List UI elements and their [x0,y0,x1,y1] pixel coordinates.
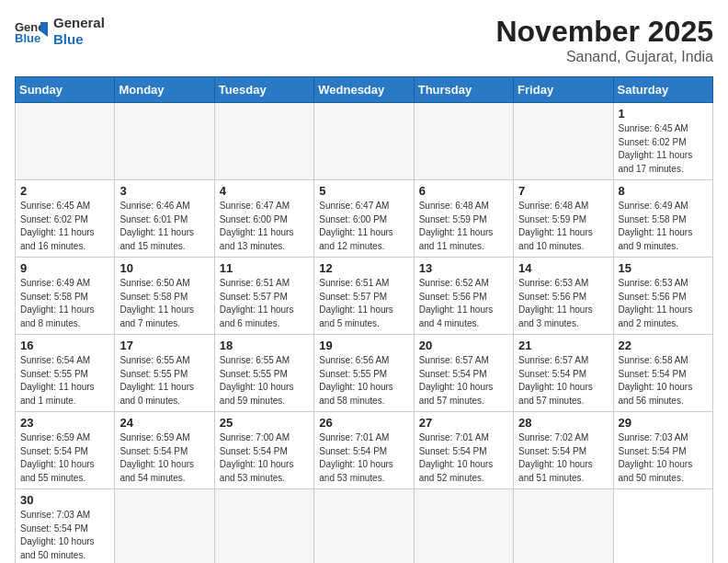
calendar-cell: 26Sunrise: 7:01 AM Sunset: 5:54 PM Dayli… [314,412,414,489]
calendar-cell [115,103,214,180]
calendar-cell: 10Sunrise: 6:50 AM Sunset: 5:58 PM Dayli… [115,258,214,335]
day-info: Sunrise: 6:47 AM Sunset: 6:00 PM Dayligh… [220,200,309,253]
day-number: 23 [20,416,109,430]
day-number: 27 [419,416,508,430]
calendar-cell [514,103,613,180]
day-info: Sunrise: 7:03 AM Sunset: 5:54 PM Dayligh… [20,509,109,562]
day-info: Sunrise: 7:01 AM Sunset: 5:54 PM Dayligh… [319,431,408,485]
day-number: 19 [319,339,408,352]
calendar-cell [314,489,414,564]
calendar-cell: 20Sunrise: 6:57 AM Sunset: 5:54 PM Dayli… [414,335,513,412]
day-info: Sunrise: 6:53 AM Sunset: 5:56 PM Dayligh… [518,277,608,330]
calendar-cell: 18Sunrise: 6:55 AM Sunset: 5:55 PM Dayli… [214,335,313,412]
day-info: Sunrise: 6:51 AM Sunset: 5:57 PM Dayligh… [319,277,408,330]
day-number: 5 [319,184,408,198]
day-number: 1 [619,107,708,121]
calendar-cell: 11Sunrise: 6:51 AM Sunset: 5:57 PM Dayli… [214,258,313,335]
day-info: Sunrise: 6:50 AM Sunset: 5:58 PM Dayligh… [119,277,209,330]
logo-general: General [53,15,105,31]
day-number: 4 [220,184,309,198]
calendar-cell: 13Sunrise: 6:52 AM Sunset: 5:56 PM Dayli… [414,258,513,335]
calendar-cell: 2Sunrise: 6:45 AM Sunset: 6:02 PM Daylig… [16,180,115,258]
day-info: Sunrise: 6:52 AM Sunset: 5:56 PM Dayligh… [419,277,508,330]
day-info: Sunrise: 6:49 AM Sunset: 5:58 PM Dayligh… [20,277,109,330]
calendar-cell [414,103,513,180]
calendar-row: 23Sunrise: 6:59 AM Sunset: 5:54 PM Dayli… [16,412,713,489]
day-number: 21 [518,339,608,352]
day-number: 25 [220,416,309,430]
calendar-cell: 12Sunrise: 6:51 AM Sunset: 5:57 PM Dayli… [314,258,414,335]
day-info: Sunrise: 6:59 AM Sunset: 5:54 PM Dayligh… [20,431,109,485]
day-info: Sunrise: 7:01 AM Sunset: 5:54 PM Dayligh… [419,431,508,485]
calendar-cell: 9Sunrise: 6:49 AM Sunset: 5:58 PM Daylig… [16,258,115,335]
calendar-cell [414,489,513,564]
calendar-cell [314,103,414,180]
day-number: 6 [419,184,508,198]
weekday-header-row: SundayMondayTuesdayWednesdayThursdayFrid… [16,77,713,103]
svg-text:Blue: Blue [15,31,40,44]
day-number: 9 [20,261,109,275]
calendar-cell: 19Sunrise: 6:56 AM Sunset: 5:55 PM Dayli… [314,335,414,412]
day-number: 14 [518,261,608,275]
weekday-header: Saturday [613,77,712,103]
calendar-cell: 7Sunrise: 6:48 AM Sunset: 5:59 PM Daylig… [514,180,613,258]
day-info: Sunrise: 6:53 AM Sunset: 5:56 PM Dayligh… [619,277,708,330]
day-info: Sunrise: 6:48 AM Sunset: 5:59 PM Dayligh… [419,200,508,253]
calendar-cell: 30Sunrise: 7:03 AM Sunset: 5:54 PM Dayli… [16,489,115,564]
calendar-cell: 21Sunrise: 6:57 AM Sunset: 5:54 PM Dayli… [514,335,613,412]
calendar-cell: 28Sunrise: 7:02 AM Sunset: 5:54 PM Dayli… [514,412,613,489]
day-number: 29 [619,416,708,430]
day-info: Sunrise: 6:49 AM Sunset: 5:58 PM Dayligh… [619,200,708,253]
calendar-row: 16Sunrise: 6:54 AM Sunset: 5:55 PM Dayli… [16,335,713,412]
calendar-row: 9Sunrise: 6:49 AM Sunset: 5:58 PM Daylig… [16,258,713,335]
calendar-cell [115,489,214,564]
svg-marker-2 [40,22,48,31]
day-number: 12 [319,261,408,275]
day-number: 24 [119,416,209,430]
weekday-header: Sunday [16,77,115,103]
page-header: General Blue General Blue November 2025 … [15,15,713,65]
day-info: Sunrise: 6:54 AM Sunset: 5:55 PM Dayligh… [20,354,109,408]
day-number: 22 [619,339,708,352]
calendar-cell [514,489,613,564]
location: Sanand, Gujarat, India [495,49,713,65]
day-number: 15 [619,261,708,275]
day-number: 20 [419,339,508,352]
day-number: 13 [419,261,508,275]
calendar-cell: 17Sunrise: 6:55 AM Sunset: 5:55 PM Dayli… [115,335,214,412]
day-info: Sunrise: 6:58 AM Sunset: 5:54 PM Dayligh… [619,354,708,408]
day-info: Sunrise: 6:45 AM Sunset: 6:02 PM Dayligh… [20,200,109,253]
weekday-header: Wednesday [314,77,414,103]
month-year: November 2025 [495,15,713,49]
day-info: Sunrise: 6:57 AM Sunset: 5:54 PM Dayligh… [419,354,508,408]
day-info: Sunrise: 6:48 AM Sunset: 5:59 PM Dayligh… [518,200,608,253]
calendar-cell: 5Sunrise: 6:47 AM Sunset: 6:00 PM Daylig… [314,180,414,258]
day-number: 30 [20,493,109,507]
day-info: Sunrise: 6:47 AM Sunset: 6:00 PM Dayligh… [319,200,408,253]
weekday-header: Monday [115,77,214,103]
logo-blue: Blue [53,31,105,48]
calendar-cell: 29Sunrise: 7:03 AM Sunset: 5:54 PM Dayli… [613,412,712,489]
calendar-cell: 4Sunrise: 6:47 AM Sunset: 6:00 PM Daylig… [214,180,313,258]
day-number: 16 [20,339,109,352]
day-info: Sunrise: 6:46 AM Sunset: 6:01 PM Dayligh… [119,200,209,253]
day-info: Sunrise: 7:03 AM Sunset: 5:54 PM Dayligh… [619,431,708,485]
day-number: 2 [20,184,109,198]
calendar-cell: 15Sunrise: 6:53 AM Sunset: 5:56 PM Dayli… [613,258,712,335]
calendar-cell: 6Sunrise: 6:48 AM Sunset: 5:59 PM Daylig… [414,180,513,258]
logo: General Blue General Blue [15,15,105,48]
weekday-header: Thursday [414,77,513,103]
calendar-cell: 8Sunrise: 6:49 AM Sunset: 5:58 PM Daylig… [613,180,712,258]
calendar-row: 30Sunrise: 7:03 AM Sunset: 5:54 PM Dayli… [16,489,713,564]
calendar: SundayMondayTuesdayWednesdayThursdayFrid… [15,76,713,563]
day-number: 7 [518,184,608,198]
calendar-cell: 27Sunrise: 7:01 AM Sunset: 5:54 PM Dayli… [414,412,513,489]
day-number: 17 [119,339,209,352]
calendar-cell [214,489,313,564]
day-number: 11 [220,261,309,275]
day-number: 28 [518,416,608,430]
day-info: Sunrise: 6:55 AM Sunset: 5:55 PM Dayligh… [220,354,309,408]
calendar-cell [16,103,115,180]
calendar-cell: 23Sunrise: 6:59 AM Sunset: 5:54 PM Dayli… [16,412,115,489]
calendar-cell: 16Sunrise: 6:54 AM Sunset: 5:55 PM Dayli… [16,335,115,412]
